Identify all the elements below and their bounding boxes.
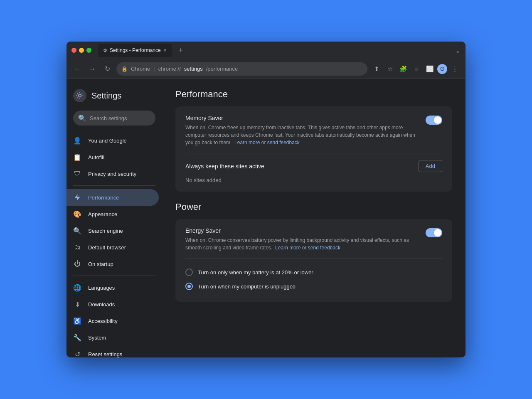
tab-search-icon[interactable]: ⬜ [424, 63, 436, 75]
energy-card-divider [185, 258, 442, 259]
sidebar-item-languages[interactable]: 🌐 Languages [66, 279, 159, 296]
sidebar-item-search-engine[interactable]: 🔍 Search engine [66, 222, 159, 239]
sidebar-label-reset-settings: Reset settings [88, 351, 122, 357]
sidebar-label-search-engine: Search engine [88, 228, 123, 234]
energy-saver-or: or [302, 245, 308, 251]
url-scheme: chrome:// [158, 66, 181, 72]
you-and-google-icon: 👤 [73, 136, 81, 145]
settings-title: Settings [91, 91, 121, 101]
url-chrome: Chrome [131, 66, 150, 72]
on-startup-icon: ⏻ [73, 260, 81, 268]
radio-unplugged[interactable]: Turn on when my computer is unplugged [185, 279, 442, 293]
add-site-button[interactable]: Add [419, 160, 442, 172]
energy-saver-text: Energy Saver When on, Chrome conserves b… [185, 227, 419, 251]
menu-icon[interactable]: ⋮ [449, 63, 461, 75]
power-title: Power [175, 202, 452, 212]
radio-battery-20[interactable]: Turn on only when my battery is at 20% o… [185, 265, 442, 279]
performance-icon [73, 193, 81, 202]
bookmark-icon[interactable]: ☆ [384, 63, 396, 75]
sidebar-label-performance: Performance [88, 195, 119, 201]
search-input[interactable] [90, 115, 160, 121]
settings-header: Settings [66, 86, 162, 111]
languages-icon: 🌐 [73, 283, 81, 292]
memory-saver-or: or [261, 140, 267, 145]
autofill-icon: 📋 [73, 153, 81, 161]
energy-saver-toggle[interactable] [426, 228, 442, 237]
sidebar-label-downloads: Downloads [88, 301, 115, 308]
new-tab-button[interactable]: + [175, 44, 187, 56]
sidebar-item-you-and-google[interactable]: 👤 You and Google [66, 132, 159, 149]
memory-saver-desc: When on, Chrome frees up memory from ina… [185, 124, 419, 146]
memory-saver-card: Memory Saver When on, Chrome frees up me… [175, 106, 452, 192]
maximize-button[interactable] [86, 48, 91, 53]
sidebar-item-system[interactable]: 🔧 System [66, 329, 159, 346]
main-content: Settings 🔍 👤 You and Google 📋 Autofill 🛡… [66, 79, 466, 357]
energy-saver-header: Energy Saver When on, Chrome conserves b… [185, 227, 442, 251]
tab-settings-icon: ⚙ [103, 48, 107, 53]
sidebar-label-system: System [88, 335, 106, 341]
memory-saver-learn-more[interactable]: Learn more [234, 140, 260, 145]
sidebar-item-reset-settings[interactable]: ↺ Reset settings [66, 346, 159, 357]
energy-saver-learn-more[interactable]: Learn more [275, 245, 300, 251]
url-settings: settings [184, 66, 203, 72]
sidebar-item-privacy-and-security[interactable]: 🛡 Privacy and security [66, 165, 159, 182]
sidebar-item-performance[interactable]: Performance [66, 189, 159, 206]
reading-list-icon[interactable]: ≡ [411, 63, 422, 75]
memory-saver-toggle[interactable] [426, 116, 442, 125]
browser-window: ⚙ Settings - Performance × + ⌄ ← → ↻ 🔒 C… [66, 42, 466, 357]
memory-saver-feedback[interactable]: send feedback [267, 140, 300, 145]
search-bar[interactable]: 🔍 [73, 111, 155, 126]
sidebar-label-default-browser: Default browser [88, 244, 126, 251]
radio-battery-20-label: Turn on only when my battery is at 20% o… [198, 269, 313, 276]
minimize-button[interactable] [79, 48, 84, 53]
power-section: Power Energy Saver When on, Chrome conse… [175, 202, 452, 302]
active-tab[interactable]: ⚙ Settings - Performance × [98, 44, 172, 57]
search-engine-icon: 🔍 [73, 227, 81, 235]
radio-battery-20-btn[interactable] [185, 268, 193, 276]
lock-icon: 🔒 [121, 66, 128, 72]
energy-saver-desc: When on, Chrome conserves battery power … [185, 236, 419, 251]
sidebar-label-autofill: Autofill [88, 154, 104, 160]
settings-logo [73, 89, 86, 102]
toolbar-icons: ⬆ ☆ 🧩 ≡ ⬜ G ⋮ [371, 63, 461, 75]
sidebar-label-languages: Languages [88, 285, 115, 291]
default-browser-icon: 🗂 [73, 243, 81, 251]
window-collapse-button[interactable]: ⌄ [455, 47, 461, 54]
reset-settings-icon: ↺ [73, 350, 81, 357]
url-bar[interactable]: 🔒 Chrome | chrome://settings/performance [116, 62, 367, 76]
memory-saver-text: Memory Saver When on, Chrome frees up me… [185, 115, 419, 146]
close-button[interactable] [71, 48, 76, 53]
sidebar-label-on-startup: On startup [88, 261, 113, 267]
always-active-title: Always keep these sites active [185, 163, 264, 170]
sidebar-item-accessibility[interactable]: ♿ Accessibility [66, 313, 159, 329]
forward-button[interactable]: → [86, 63, 98, 75]
tab-close-button[interactable]: × [163, 47, 167, 54]
extensions-icon[interactable]: 🧩 [397, 63, 409, 75]
sidebar-item-on-startup[interactable]: ⏻ On startup [66, 256, 159, 272]
share-icon[interactable]: ⬆ [371, 63, 382, 75]
back-button[interactable]: ← [71, 63, 83, 75]
refresh-button[interactable]: ↻ [101, 63, 113, 75]
address-bar: ← → ↻ 🔒 Chrome | chrome://settings/perfo… [66, 59, 466, 79]
sidebar-divider-2 [73, 276, 155, 276]
memory-saver-header: Memory Saver When on, Chrome frees up me… [185, 115, 442, 146]
profile-avatar[interactable]: G [437, 64, 447, 74]
system-icon: 🔧 [73, 333, 81, 342]
sidebar-item-default-browser[interactable]: 🗂 Default browser [66, 239, 159, 256]
url-path: /performance [206, 66, 238, 72]
svg-point-0 [79, 94, 81, 97]
sidebar-item-appearance[interactable]: 🎨 Appearance [66, 206, 159, 222]
traffic-lights [71, 48, 91, 53]
memory-saver-title: Memory Saver [185, 115, 419, 121]
sidebar-item-autofill[interactable]: 📋 Autofill [66, 149, 159, 165]
card-divider [185, 153, 442, 153]
sidebar-label-accessibility: Accessibility [88, 318, 118, 324]
privacy-icon: 🛡 [73, 170, 81, 178]
radio-unplugged-btn[interactable] [185, 283, 193, 290]
sidebar-label-appearance: Appearance [88, 211, 117, 217]
energy-saver-feedback[interactable]: send feedback [308, 245, 340, 251]
page-title: Performance [175, 89, 452, 100]
always-active-row: Always keep these sites active Add [185, 160, 442, 172]
appearance-icon: 🎨 [73, 210, 81, 218]
sidebar-item-downloads[interactable]: ⬇ Downloads [66, 296, 159, 313]
